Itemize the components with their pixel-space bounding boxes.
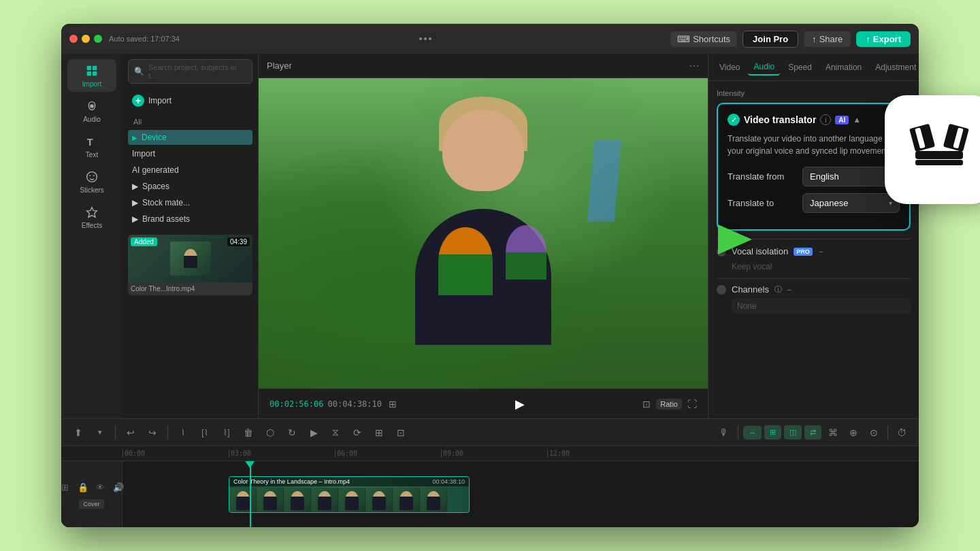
shortcuts-button[interactable]: ⌨ Shortcuts xyxy=(670,31,737,47)
ruler-mark: 03:00 xyxy=(229,450,335,457)
minimize-button[interactable] xyxy=(82,35,90,43)
zoom-icon[interactable]: ⊕ xyxy=(845,424,862,441)
media-nav: All ▶ Device Import AI generated ▶ Space… xyxy=(122,112,258,229)
grid-view-icon[interactable]: ⊞ xyxy=(61,480,73,495)
tab-adjustment[interactable]: Adjustment xyxy=(870,60,919,75)
video-scene xyxy=(259,78,708,388)
channels-info-icon[interactable]: ⓘ xyxy=(774,284,782,295)
player-video xyxy=(259,78,708,388)
clip-frame xyxy=(393,488,420,513)
split-left-tool[interactable]: [⌇ xyxy=(196,424,214,441)
nav-item-brand-assets[interactable]: ▶ Brand assets xyxy=(128,212,252,227)
channels-toggle[interactable] xyxy=(717,285,726,295)
lock-icon[interactable]: 🔒 xyxy=(76,480,91,495)
vt-expand-icon[interactable]: ▲ xyxy=(853,115,861,124)
effect-button[interactable]: ◫ xyxy=(784,425,802,439)
player-title: Player xyxy=(267,61,292,71)
timeline-ruler: 00:00 03:00 06:00 09:00 12:00 xyxy=(61,446,919,461)
speed-tool[interactable]: ⟳ xyxy=(348,424,366,441)
select-tool[interactable]: ⬆ xyxy=(69,424,87,441)
export-button[interactable]: ↑ Export xyxy=(856,31,911,47)
sidebar-item-text[interactable]: T Text xyxy=(67,130,116,163)
sidebar-item-import[interactable]: Import xyxy=(67,59,116,92)
import-label: Import xyxy=(148,96,172,105)
import-button[interactable]: + Import xyxy=(128,92,252,110)
clip-title: Color Theory in the Landscape – Intro.mp… xyxy=(233,478,350,485)
more-icon[interactable]: ⊙ xyxy=(865,424,883,441)
transition-button[interactable]: ⇄ xyxy=(804,425,821,439)
sidebar-item-audio[interactable]: Audio xyxy=(67,95,116,127)
join-pro-button[interactable]: Join Pro xyxy=(742,31,798,48)
share-button[interactable]: ↑ Share xyxy=(804,31,851,47)
translate-to-select[interactable]: Japanese ▾ xyxy=(802,193,900,213)
delete-tool[interactable]: 🗑 xyxy=(240,424,257,441)
split-right-tool[interactable]: ⌇] xyxy=(218,424,235,441)
play-button[interactable]: ▶ xyxy=(509,393,531,415)
section-expand-icon[interactable]: – xyxy=(819,248,823,255)
translate-to-value: Japanese xyxy=(810,198,848,208)
fullscreen-scan-icon[interactable]: ⊡ xyxy=(642,399,651,410)
vt-info-icon[interactable]: i xyxy=(820,114,831,125)
clip-frame xyxy=(311,488,338,513)
channels-expand-icon[interactable]: – xyxy=(787,286,791,293)
sidebar-item-stickers[interactable]: Stickers xyxy=(67,165,116,198)
nav-item-spaces[interactable]: ▶ Spaces xyxy=(128,179,252,194)
freeze-tool[interactable]: ⧖ xyxy=(327,424,344,441)
right-tabs: Video Audio Speed Animation Adjustment » xyxy=(708,54,919,81)
video-clip[interactable]: Color Theory in the Landscape – Intro.mp… xyxy=(229,476,470,513)
image-replace-tool[interactable]: ⊡ xyxy=(392,424,410,441)
ratio-button[interactable]: Ratio xyxy=(656,399,682,410)
title-center xyxy=(180,37,670,40)
detach-tool[interactable]: ▶ xyxy=(305,424,323,441)
video-translator-panel: ✓ Video translator i AI ▲ ↺ Translate yo… xyxy=(717,103,911,231)
clip-connect-icon[interactable]: ⌘ xyxy=(824,424,842,441)
nav-item-stock[interactable]: ▶ Stock mate... xyxy=(128,195,252,210)
tab-video[interactable]: Video xyxy=(714,60,745,75)
export-icon: ↑ xyxy=(866,34,870,44)
eye-icon[interactable]: 👁 xyxy=(93,480,108,495)
ruler-mark: 00:00 xyxy=(122,450,229,457)
timeline-right-tools: 🎙 ↔ ⊞ ◫ ⇄ ⌘ ⊕ ⊙ ⏱ xyxy=(715,424,911,441)
nav-item-import[interactable]: Import xyxy=(128,146,252,161)
media-thumb-area: Added 04:39 Color The...Intro.mp4 xyxy=(122,229,258,418)
select-dropdown[interactable]: ▾ xyxy=(91,424,109,441)
grid-icon[interactable]: ⊞ xyxy=(389,399,397,410)
expand-icon[interactable]: ⛶ xyxy=(687,399,697,410)
ruler-mark: 12:00 xyxy=(547,450,653,457)
cover-button[interactable]: Cover xyxy=(79,499,103,509)
settings-icon[interactable]: ⏱ xyxy=(893,424,911,441)
file-name: Color The...Intro.mp4 xyxy=(128,282,252,295)
player-header: Player ⋯ xyxy=(259,54,708,78)
split-screen-button[interactable]: ⊞ xyxy=(764,425,781,439)
timeline-toolbar: ⬆ ▾ ↩ ↪ ⌇ [⌇ ⌇] 🗑 ⬡ ↻ ▶ ⧖ ⟳ ⊞ ⊡ 🎙 ↔ ⊞ ◫ … xyxy=(61,419,919,446)
pro-badge: PRO xyxy=(794,248,813,256)
auto-sync-button[interactable]: ↔ xyxy=(743,426,762,439)
microphone-icon[interactable]: 🎙 xyxy=(715,424,733,441)
close-button[interactable] xyxy=(69,35,78,43)
redo-button[interactable]: ↪ xyxy=(144,424,161,441)
split-tool[interactable]: ⌇ xyxy=(174,424,192,441)
maximize-button[interactable] xyxy=(94,35,102,43)
sidebar-item-effects[interactable]: Effects xyxy=(67,201,116,233)
transform-tool[interactable]: ⊞ xyxy=(370,424,388,441)
nav-item-ai-generated[interactable]: AI generated xyxy=(128,163,252,178)
media-thumbnail[interactable]: Added 04:39 Color The...Intro.mp4 xyxy=(128,235,252,295)
track-icons: ⊞ 🔒 👁 🔊 xyxy=(61,480,126,495)
auto-saved-label: Auto saved: 17:07:34 xyxy=(109,35,180,43)
undo-button[interactable]: ↩ xyxy=(122,424,140,441)
title-right-buttons: ⌨ Shortcuts Join Pro ↑ Share ↑ Export xyxy=(670,31,911,48)
ruler-marks: 00:00 03:00 06:00 09:00 12:00 xyxy=(122,450,919,457)
search-input[interactable]: 🔍 Search project, subjects in t... xyxy=(128,59,252,84)
dots-menu[interactable] xyxy=(419,37,431,40)
tab-animation[interactable]: Animation xyxy=(820,60,867,75)
crop-tool[interactable]: ⬡ xyxy=(261,424,279,441)
tab-audio[interactable]: Audio xyxy=(748,59,780,76)
tab-speed[interactable]: Speed xyxy=(783,60,817,75)
import-plus-icon: + xyxy=(132,95,144,107)
rotate-tool[interactable]: ↻ xyxy=(283,424,301,441)
nav-item-device[interactable]: ▶ Device xyxy=(128,130,252,145)
vt-ai-badge: AI xyxy=(835,116,849,124)
controls-right: ⊡ Ratio ⛶ xyxy=(642,399,697,410)
svg-text:T: T xyxy=(87,137,93,148)
player-menu-icon[interactable]: ⋯ xyxy=(689,59,700,72)
